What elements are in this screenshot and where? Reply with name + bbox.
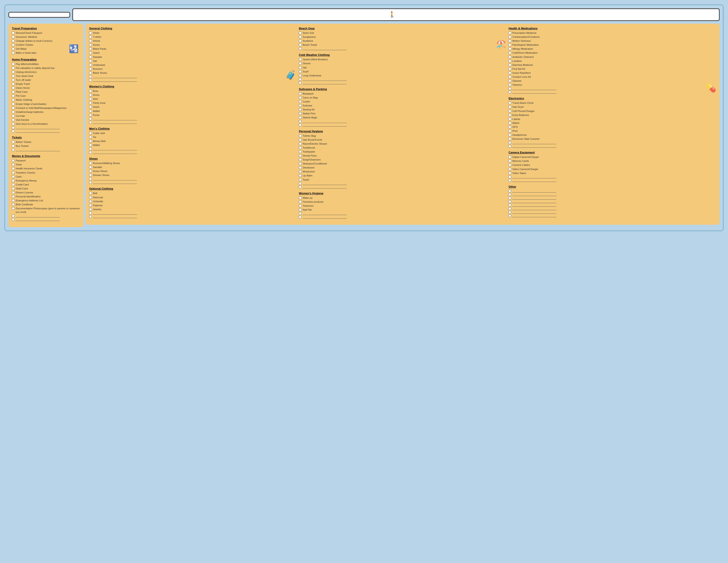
checkbox-general-clothing-4[interactable] [89,47,92,50]
checkbox-personal-hygiene-0[interactable] [299,134,302,137]
checkbox-blank-general-clothing-1[interactable] [89,79,92,81]
checkbox-blank-home-prep-1[interactable] [12,130,15,132]
checkbox-cold-weather-3[interactable] [299,70,302,73]
checkbox-blank-other-1[interactable] [508,193,511,196]
checkbox-blank-beach-gear-0[interactable] [299,47,302,50]
checkbox-blank-womens-clothing-1[interactable] [89,121,92,124]
checkbox-suitcases-0[interactable] [299,92,302,95]
checkbox-camera-4[interactable] [508,172,511,174]
checkbox-money-docs-4[interactable] [12,175,15,178]
checkbox-blank-camera-0[interactable] [508,175,511,178]
checkbox-beach-gear-0[interactable] [299,32,302,34]
checkbox-personal-hygiene-8[interactable] [299,166,302,169]
checkbox-general-clothing-10[interactable] [89,71,92,74]
checkbox-money-docs-2[interactable] [12,167,15,170]
checkbox-health-meds-2[interactable] [508,39,511,42]
checkbox-blank-electronics-1[interactable] [508,145,511,147]
checkbox-womens-hygiene-3[interactable] [299,208,302,211]
checkbox-general-clothing-3[interactable] [89,43,92,46]
checkbox-womens-clothing-3[interactable] [89,102,92,104]
checkbox-health-meds-13[interactable] [508,83,511,86]
checkbox-blank-cold-weather-0[interactable] [299,78,302,81]
checkbox-personal-hygiene-3[interactable] [299,146,302,149]
checkbox-health-meds-4[interactable] [508,47,511,50]
checkbox-optional-clothing-3[interactable] [89,204,92,207]
checkbox-home-prep-2[interactable] [12,71,15,73]
checkbox-home-prep-5[interactable] [12,83,15,85]
checkbox-optional-clothing-1[interactable] [89,196,92,199]
checkbox-blank-other-5[interactable] [508,207,511,210]
checkbox-blank-camera-1[interactable] [508,179,511,182]
checkbox-blank-other-3[interactable] [508,200,511,203]
checkbox-money-docs-12[interactable] [12,207,15,210]
checkbox-home-prep-10[interactable] [12,103,15,105]
checkbox-womens-clothing-2[interactable] [89,98,92,100]
checkbox-money-docs-1[interactable] [12,163,15,166]
checkbox-general-clothing-6[interactable] [89,56,92,58]
checkbox-home-prep-6[interactable] [12,86,15,89]
checkbox-mens-clothing-1[interactable] [89,136,92,138]
checkbox-home-prep-8[interactable] [12,94,15,97]
checkbox-blank-health-meds-1[interactable] [508,91,511,93]
checkbox-mens-clothing-2[interactable] [89,140,92,142]
checkbox-suitcases-6[interactable] [299,116,302,119]
checkbox-blank-other-0[interactable] [508,190,511,192]
checkbox-blank-home-prep-0[interactable] [12,126,15,129]
checkbox-suitcases-3[interactable] [299,104,302,107]
checkbox-health-meds-3[interactable] [508,43,511,46]
checkbox-womens-clothing-0[interactable] [89,90,92,92]
checkbox-home-prep-1[interactable] [12,67,15,69]
checkbox-tickets-0[interactable] [12,141,15,143]
checkbox-general-clothing-9[interactable] [89,68,92,70]
checkbox-electronics-7[interactable] [508,130,511,132]
checkbox-cold-weather-0[interactable] [299,58,302,61]
checkbox-cold-weather-2[interactable] [299,66,302,69]
checkbox-blank-tickets-0[interactable] [12,148,15,151]
checkbox-money-docs-11[interactable] [12,203,15,206]
checkbox-health-meds-8[interactable] [508,64,511,66]
checkbox-personal-hygiene-4[interactable] [299,150,302,153]
checkbox-personal-hygiene-9[interactable] [299,170,302,173]
checkbox-blank-money-docs-0[interactable] [12,214,15,217]
checkbox-money-docs-5[interactable] [12,179,15,182]
checkbox-womens-hygiene-2[interactable] [299,204,302,207]
checkbox-blank-shoes-0[interactable] [89,177,92,180]
checkbox-shoes-0[interactable] [89,162,92,164]
checkbox-suitcases-2[interactable] [299,100,302,103]
checkbox-personal-hygiene-1[interactable] [299,138,302,141]
checkbox-blank-health-meds-0[interactable] [508,87,511,90]
checkbox-money-docs-7[interactable] [12,187,15,190]
checkbox-money-docs-6[interactable] [12,183,15,186]
checkbox-blank-shoes-1[interactable] [89,181,92,184]
checkbox-personal-hygiene-10[interactable] [299,174,302,177]
checkbox-beach-gear-3[interactable] [299,43,302,46]
checkbox-beach-gear-1[interactable] [299,36,302,38]
checkbox-electronics-3[interactable] [508,114,511,116]
checkbox-home-prep-7[interactable] [12,90,15,93]
checkbox-money-docs-8[interactable] [12,191,15,194]
checkbox-travel-prep-0[interactable] [12,32,15,34]
checkbox-suitcases-4[interactable] [299,108,302,111]
checkbox-blank-mens-clothing-1[interactable] [89,151,92,154]
checkbox-blank-personal-hygiene-0[interactable] [299,182,302,185]
checkbox-general-clothing-2[interactable] [89,39,92,42]
checkbox-money-docs-3[interactable] [12,171,15,174]
checkbox-general-clothing-5[interactable] [89,51,92,54]
checkbox-blank-other-7[interactable] [508,214,511,217]
checkbox-home-prep-9[interactable] [12,98,15,101]
checkbox-general-clothing-7[interactable] [89,60,92,62]
checkbox-blank-mens-clothing-0[interactable] [89,147,92,150]
checkbox-health-meds-7[interactable] [508,60,511,62]
checkbox-cold-weather-1[interactable] [299,62,302,65]
checkbox-general-clothing-0[interactable] [89,32,92,34]
checkbox-home-prep-3[interactable] [12,75,15,77]
checkbox-health-meds-10[interactable] [508,71,511,74]
checkbox-camera-2[interactable] [508,164,511,166]
checkbox-womens-hygiene-0[interactable] [299,196,302,199]
checkbox-money-docs-0[interactable] [12,159,15,162]
checkbox-health-meds-9[interactable] [508,68,511,70]
checkbox-health-meds-12[interactable] [508,79,511,82]
checkbox-suitcases-5[interactable] [299,112,302,115]
checkbox-beach-gear-2[interactable] [299,39,302,42]
checkbox-personal-hygiene-11[interactable] [299,178,302,181]
